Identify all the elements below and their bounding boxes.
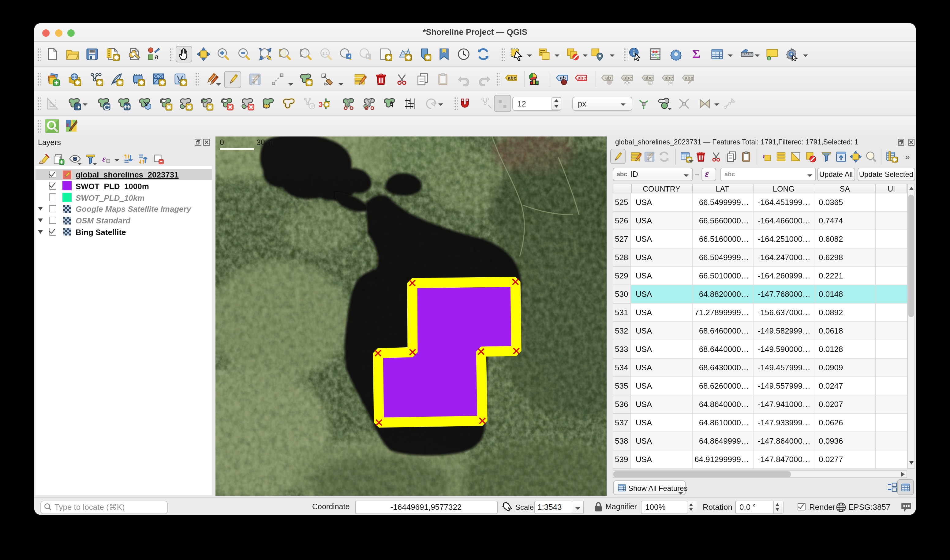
svg-text:1:1: 1:1	[322, 51, 328, 56]
svg-text:a: a	[154, 53, 158, 61]
svg-text:abc: abc	[508, 75, 516, 80]
svg-text:abc: abc	[624, 75, 632, 80]
svg-text:30 m: 30 m	[256, 138, 273, 146]
svg-text:abc: abc	[664, 75, 673, 80]
svg-text:ε: ε	[102, 154, 106, 163]
svg-text:Σ: Σ	[692, 47, 700, 61]
svg-text:0: 0	[219, 138, 224, 146]
svg-text:i: i	[633, 49, 634, 56]
svg-text:abc: abc	[577, 75, 586, 80]
svg-text:abc: abc	[644, 75, 653, 80]
